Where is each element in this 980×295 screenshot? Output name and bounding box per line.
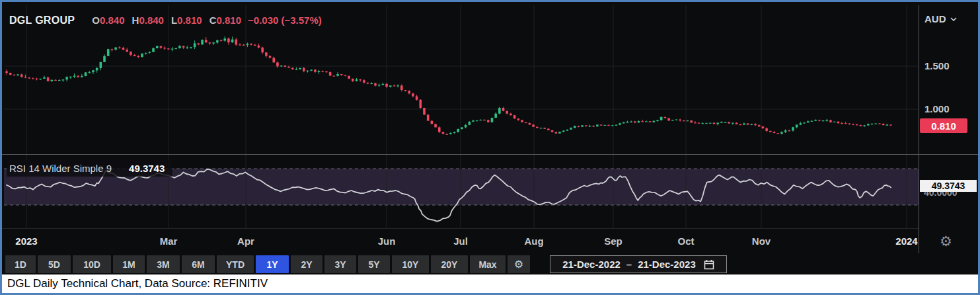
range-button-1y[interactable]: 1Y: [256, 255, 289, 273]
price-axis-label: 1.500: [924, 60, 950, 71]
range-button-5y[interactable]: 5Y: [358, 255, 390, 273]
chart-settings-icon[interactable]: ⚙: [940, 233, 952, 250]
price-axis-label: 1.000: [924, 103, 950, 114]
time-tick-label: Apr: [237, 235, 254, 247]
range-button-ytd[interactable]: YTD: [217, 255, 254, 273]
currency-label: AUD: [924, 13, 946, 24]
panel-separator-horizontal: [2, 154, 978, 155]
ohlc-field-label: C: [209, 15, 217, 26]
gear-icon[interactable]: ⚙: [508, 255, 530, 273]
ohlc-field: C0.810: [209, 15, 241, 26]
range-button-5d[interactable]: 5D: [38, 255, 71, 273]
range-button-max[interactable]: Max: [470, 255, 506, 273]
range-toolbar: 1D5D10D1M3M6MYTD1Y2Y3Y5Y10Y20YMax⚙: [5, 255, 530, 273]
time-tick-label: Jul: [453, 235, 468, 247]
time-tick-label: Mar: [160, 235, 178, 247]
range-button-1d[interactable]: 1D: [5, 255, 36, 273]
ohlc-header: DGL GROUP O0.840H0.840L0.810C0.810 −0.03…: [9, 15, 322, 26]
symbol-label: DGL GROUP: [9, 15, 75, 26]
ohlc-field-value: 0.810: [177, 15, 202, 26]
range-button-10d[interactable]: 10D: [73, 255, 111, 273]
axis-separator-vertical: [919, 5, 919, 253]
time-tick-label: Sep: [604, 235, 622, 247]
rsi-value: 49.3743: [129, 163, 165, 174]
calendar-icon[interactable]: [704, 259, 714, 270]
range-button-3y[interactable]: 3Y: [324, 255, 356, 273]
range-button-2y[interactable]: 2Y: [291, 255, 322, 273]
rsi-indicator-chip[interactable]: RSI 14 Wilder Simple 9 49.3743: [7, 160, 172, 177]
date-from: 21-Dec-2022: [562, 259, 621, 270]
chart-widget: DGL GROUP O0.840H0.840L0.810C0.810 −0.03…: [0, 0, 980, 295]
price-chart-svg[interactable]: [4, 5, 919, 154]
range-button-20y[interactable]: 20Y: [431, 255, 468, 273]
range-button-6m[interactable]: 6M: [182, 255, 215, 273]
chevron-down-icon: [950, 17, 957, 21]
ohlc-field-value: 0.840: [100, 15, 125, 26]
rsi-title: RSI 14 Wilder Simple 9: [9, 163, 112, 174]
rsi-bottom-separator: [2, 228, 919, 229]
time-tick-label: Oct: [677, 235, 694, 247]
caption-text: DGL Daily Technical Chart, Data Source: …: [2, 277, 268, 290]
currency-selector[interactable]: AUD: [924, 13, 957, 24]
ohlc-field: O0.840: [92, 15, 124, 26]
last-price-badge: 0.810: [920, 118, 967, 133]
ohlc-field-value: 0.810: [216, 15, 241, 26]
ohlc-field-label: L: [171, 15, 177, 26]
date-to: 21-Dec-2023: [638, 259, 696, 270]
time-tick-label: Aug: [524, 235, 543, 247]
ohlc-field-label: O: [92, 15, 100, 26]
time-tick-label: Jun: [378, 235, 396, 247]
ohlc-field: H0.840: [132, 15, 164, 26]
time-tick-label: 2023: [15, 235, 37, 247]
ohlc-field-value: 0.840: [139, 15, 164, 26]
date-range-picker[interactable]: 21-Dec-2022 – 21-Dec-2023: [550, 255, 727, 273]
range-button-3m[interactable]: 3M: [147, 255, 180, 273]
caption-bar: DGL Daily Technical Chart, Data Source: …: [2, 274, 978, 293]
rsi-value-badge: 49.3743: [920, 180, 977, 192]
change-value: −0.030 (−3.57%): [248, 15, 322, 26]
ohlc-fields: O0.840H0.840L0.810C0.810: [92, 15, 241, 26]
time-tick-label: Nov: [752, 235, 771, 247]
date-range-separator: –: [626, 259, 632, 270]
time-tick-label: 2024: [895, 235, 917, 247]
ohlc-field: L0.810: [171, 15, 202, 26]
range-button-1m[interactable]: 1M: [113, 255, 145, 273]
range-button-10y[interactable]: 10Y: [392, 255, 429, 273]
ohlc-field-label: H: [132, 15, 139, 26]
